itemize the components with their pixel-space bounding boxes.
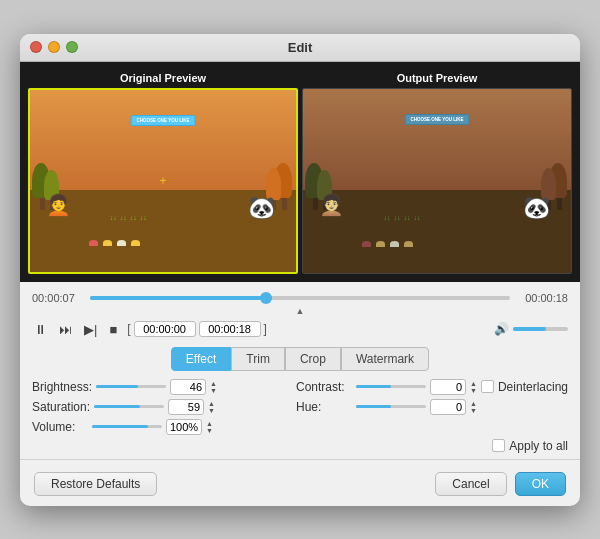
brightness-slider[interactable]	[96, 385, 166, 388]
saturation-label: Saturation:	[32, 400, 90, 414]
restore-defaults-button[interactable]: Restore Defaults	[34, 472, 157, 496]
apply-all-row: Apply to all	[20, 439, 580, 455]
volume-input[interactable]	[166, 419, 202, 435]
settings-grid: Brightness: ▲▼ Contrast: ▲▼ Deinterlacin…	[20, 373, 580, 419]
edit-window: Edit Original Preview	[20, 34, 580, 506]
window-controls	[30, 41, 78, 53]
hue-row: Hue: ▲▼	[296, 399, 568, 415]
timeline-row: 00:00:07 00:00:18	[32, 288, 568, 308]
contrast-slider[interactable]	[356, 385, 426, 388]
timeline-start-time: 00:00:07	[32, 292, 84, 304]
apply-all-label: Apply to all	[509, 439, 568, 453]
window-title: Edit	[288, 40, 313, 55]
deinterlacing-row: Deinterlacing	[481, 380, 568, 394]
volume-setting-row: Volume: ▲▼	[20, 419, 580, 439]
volume-fill	[513, 327, 546, 331]
contrast-input[interactable]	[430, 379, 466, 395]
sign-banner-left: CHOOSE ONE YOU LIKE	[131, 115, 196, 126]
controls-section: 00:00:07 00:00:18 ▲ ⏸ ⏭ ▶| ■ [ ] 🔊	[20, 282, 580, 373]
volume-control: 🔊	[494, 322, 568, 336]
timeline-fill	[90, 296, 266, 300]
tab-effect[interactable]: Effect	[171, 347, 231, 371]
contrast-row: Contrast: ▲▼ Deinterlacing	[296, 379, 568, 395]
apply-all-checkbox[interactable]	[492, 439, 505, 452]
brightness-label: Brightness:	[32, 380, 92, 394]
volume-track[interactable]	[513, 327, 568, 331]
next-frame-button[interactable]: ⏭	[57, 320, 74, 339]
close-button[interactable]	[30, 41, 42, 53]
timeline-track[interactable]	[90, 296, 510, 300]
timeline-end-time: 00:00:18	[516, 292, 568, 304]
skip-button[interactable]: ▶|	[82, 320, 99, 339]
output-preview-label: Output Preview	[302, 70, 572, 88]
tab-crop[interactable]: Crop	[285, 347, 341, 371]
footer-row: Restore Defaults Cancel OK	[20, 464, 580, 506]
contrast-label: Contrast:	[296, 380, 352, 394]
volume-label: Volume:	[32, 420, 88, 434]
contrast-fill	[356, 385, 391, 388]
maximize-button[interactable]	[66, 41, 78, 53]
deinterlacing-checkbox[interactable]	[481, 380, 494, 393]
volume-stepper[interactable]: ▲▼	[206, 420, 213, 434]
sign-banner-right: CHOOSE ONE YOU LIKE	[405, 114, 470, 125]
brightness-stepper[interactable]: ▲▼	[210, 380, 217, 394]
ok-button[interactable]: OK	[515, 472, 566, 496]
volume-slider-fill	[92, 425, 148, 428]
brightness-input[interactable]	[170, 379, 206, 395]
contrast-stepper[interactable]: ▲▼	[470, 380, 477, 394]
hue-label: Hue:	[296, 400, 352, 414]
timeline-thumb[interactable]	[260, 292, 272, 304]
saturation-slider[interactable]	[94, 405, 164, 408]
tab-trim[interactable]: Trim	[231, 347, 285, 371]
volume-icon: 🔊	[494, 322, 509, 336]
bracket-close: ]	[264, 322, 267, 336]
playback-controls: ⏸ ⏭ ▶| ■ [ ] 🔊	[32, 316, 568, 343]
footer-right: Cancel OK	[435, 472, 566, 496]
hue-input[interactable]	[430, 399, 466, 415]
output-preview-panel: Output Preview	[302, 70, 572, 274]
minimize-button[interactable]	[48, 41, 60, 53]
preview-section: Original Preview	[20, 62, 580, 282]
tabs-row: Effect Trim Crop Watermark	[32, 343, 568, 373]
titlebar: Edit	[20, 34, 580, 62]
hue-stepper[interactable]: ▲▼	[470, 400, 477, 414]
in-point-field[interactable]	[134, 321, 196, 337]
brightness-fill	[96, 385, 138, 388]
playhead-indicator: ▲	[32, 306, 568, 316]
volume-slider[interactable]	[92, 425, 162, 428]
deinterlacing-label: Deinterlacing	[498, 380, 568, 394]
brightness-row: Brightness: ▲▼	[32, 379, 286, 395]
original-preview-panel: Original Preview	[28, 70, 298, 274]
divider	[20, 459, 580, 460]
saturation-fill	[94, 405, 140, 408]
saturation-stepper[interactable]: ▲▼	[208, 400, 215, 414]
cancel-button[interactable]: Cancel	[435, 472, 506, 496]
stop-button[interactable]: ■	[107, 320, 119, 339]
output-preview-video: CHOOSE ONE YOU LIKE 🧑‍🦱 🐼 ↓↓ ↓↓ ↓↓ ↓↓	[302, 88, 572, 274]
out-point-field[interactable]	[199, 321, 261, 337]
tab-watermark[interactable]: Watermark	[341, 347, 429, 371]
saturation-row: Saturation: ▲▼	[32, 399, 286, 415]
original-preview-label: Original Preview	[28, 70, 298, 88]
saturation-input[interactable]	[168, 399, 204, 415]
hue-slider[interactable]	[356, 405, 426, 408]
original-preview-video: CHOOSE ONE YOU LIKE 🧑‍🦱 🐼 ↓↓ ↓↓ ↓↓ ↓↓	[28, 88, 298, 274]
in-out-controls: [ ]	[127, 321, 267, 337]
pause-button[interactable]: ⏸	[32, 320, 49, 339]
hue-fill	[356, 405, 391, 408]
bracket-open: [	[127, 322, 130, 336]
